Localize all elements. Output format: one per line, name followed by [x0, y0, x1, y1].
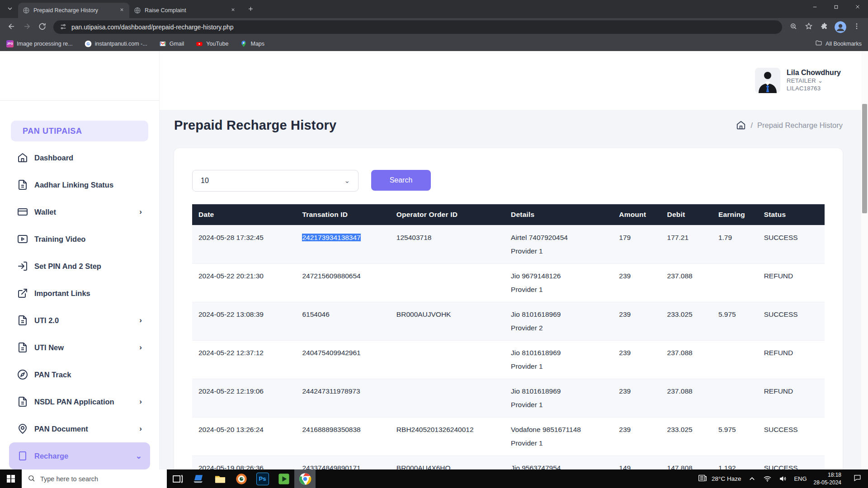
taskview-icon — [171, 473, 184, 485]
window-minimize-button[interactable] — [804, 0, 826, 15]
extensions-button[interactable] — [817, 20, 831, 34]
start-button[interactable] — [0, 469, 22, 488]
photoshop-button[interactable]: Ps — [252, 469, 273, 488]
forward-button[interactable] — [20, 20, 33, 34]
table-controls: 10 ⌄ Search — [192, 170, 825, 192]
cell-amount: 239 — [613, 379, 660, 418]
sidebar-item[interactable]: UTI New › — [9, 334, 150, 361]
bookmark-label: Image processing re... — [17, 41, 73, 47]
bookmark-item[interactable]: Maps — [240, 40, 264, 47]
tab-close-button[interactable] — [229, 7, 237, 14]
file-icon — [17, 396, 28, 407]
bookmark-star-button[interactable] — [802, 20, 816, 34]
wifi-icon[interactable] — [763, 474, 772, 483]
browser-tab[interactable]: Raise Complaint — [129, 3, 241, 18]
tray-expand-icon[interactable] — [748, 474, 756, 483]
home-icon[interactable] — [736, 120, 746, 130]
all-bookmarks-button[interactable]: All Bookmarks — [815, 39, 862, 48]
screen: Prepaid Recharge History Raise Complaint… — [0, 0, 868, 488]
window-close-button[interactable] — [847, 0, 868, 15]
back-button[interactable] — [5, 20, 18, 34]
volume-icon[interactable] — [778, 474, 787, 483]
sidebar-item[interactable]: Aadhar Linking Status — [9, 171, 150, 198]
sidebar-nav: Dashboard Aadhar Linking Status Wallet › — [0, 141, 159, 469]
bookmark-item[interactable]: JPG Image processing re... — [6, 40, 73, 47]
column-header: Earning — [712, 204, 758, 225]
folder-icon — [815, 39, 822, 48]
clock-time: 18:18 — [814, 471, 841, 479]
sidebar-item-label: Training Video — [34, 235, 85, 244]
maps-icon — [240, 40, 247, 47]
window-maximize-button[interactable] — [826, 0, 847, 15]
clock-date: 28-05-2024 — [814, 479, 841, 486]
taskbar-search[interactable]: Type here to search — [22, 469, 167, 488]
search-button[interactable]: Search — [371, 170, 431, 191]
task-view-button[interactable] — [167, 469, 188, 488]
bookmark-label: Gmail — [170, 41, 184, 47]
sidebar-item[interactable]: UTI 2.0 › — [9, 307, 150, 334]
tab-close-button[interactable] — [118, 7, 126, 14]
cell-status: REFUND — [758, 264, 825, 302]
file-explorer-button[interactable] — [209, 469, 231, 488]
cell-earning — [712, 264, 758, 302]
viewer-app-button[interactable] — [231, 469, 252, 488]
sidebar-item-label: NSDL PAN Application — [34, 398, 114, 406]
chevron-icon: ⌄ — [136, 451, 142, 461]
profile-avatar-button[interactable] — [835, 21, 846, 33]
sidebar-item-label: UTI 2.0 — [34, 316, 59, 325]
chevron-icon: › — [139, 343, 142, 352]
bookmark-item[interactable]: Gmail — [159, 40, 184, 47]
sidebar-item[interactable]: Wallet › — [9, 198, 150, 225]
chrome-button[interactable] — [294, 469, 316, 488]
taskbar-clock[interactable]: 18:18 28-05-2024 — [814, 471, 841, 486]
brand-logo[interactable]: PAN UTIPAISA — [11, 121, 148, 141]
site-settings-icon[interactable] — [60, 23, 67, 32]
cell-transaction-id: 247215609880654 — [296, 264, 390, 302]
taskbar: Type here to search — [0, 469, 868, 488]
browser-tab[interactable]: Prepaid Recharge History — [18, 3, 129, 18]
reload-button[interactable] — [35, 20, 49, 34]
tab-title: Prepaid Recharge History — [33, 7, 114, 14]
cell-earning: 5.975 — [712, 418, 758, 456]
gbadge-icon: G — [85, 40, 92, 47]
sidebar-item[interactable]: PAN Track — [9, 361, 150, 388]
cell-operator-order-id — [390, 379, 505, 418]
sidebar-item[interactable]: Dashboard — [9, 144, 150, 171]
sidebar-item[interactable]: NSDL PAN Application › — [9, 388, 150, 415]
user-profile[interactable]: Lila Chowdhury RETAILER ⌄ LILAC18763 — [755, 68, 841, 93]
bookmark-label: YouTube — [206, 41, 228, 47]
new-tab-button[interactable] — [244, 3, 257, 16]
webpage: PAN UTIPAISA Dashboard Aadhar Linking St… — [0, 51, 868, 469]
bookmark-item[interactable]: YouTube — [196, 40, 228, 47]
sidebar-item-label: Wallet — [34, 208, 56, 216]
cell-amount: 239 — [613, 264, 660, 302]
scrollbar-thumb[interactable] — [862, 104, 867, 213]
weather-widget[interactable]: 28°C Haze — [698, 473, 741, 484]
youtube-icon — [196, 40, 203, 47]
language-indicator[interactable]: ENG — [794, 475, 807, 482]
address-bar[interactable]: pan.utipaisa.com/dashboard/prepaid-recha… — [53, 20, 782, 34]
sidebar-item[interactable]: Set PIN And 2 Step — [9, 253, 150, 280]
media-player-button[interactable] — [273, 469, 294, 488]
browser-menu-button[interactable] — [850, 20, 863, 34]
sidebar-item[interactable]: PAN Document › — [9, 415, 150, 442]
page-scrollbar[interactable] — [861, 51, 868, 469]
pc-app-button[interactable] — [188, 469, 209, 488]
svg-text:G: G — [86, 42, 90, 46]
bookmark-item[interactable]: G instantpanuti.com -... — [85, 40, 147, 47]
cell-date: 2024-05-22 12:37:12 — [192, 341, 296, 379]
zoom-button[interactable] — [787, 20, 800, 34]
plus-icon — [247, 5, 254, 14]
page-size-select[interactable]: 10 ⌄ — [192, 170, 359, 192]
user-role[interactable]: RETAILER ⌄ — [787, 77, 841, 85]
sidebar-item[interactable]: Recharge ⌄ — [9, 442, 150, 469]
column-header: Debit — [661, 204, 712, 225]
tab-search-button[interactable] — [4, 3, 16, 16]
action-center-button[interactable] — [848, 474, 866, 484]
sidebar-item[interactable]: Training Video — [9, 225, 150, 253]
page-head: Prepaid Recharge History / Prepaid Recha… — [174, 115, 843, 135]
person-icon — [755, 87, 780, 93]
toolbar-actions — [787, 20, 863, 34]
jpg-icon: JPG — [6, 40, 14, 47]
sidebar-item[interactable]: Important Links — [9, 280, 150, 307]
